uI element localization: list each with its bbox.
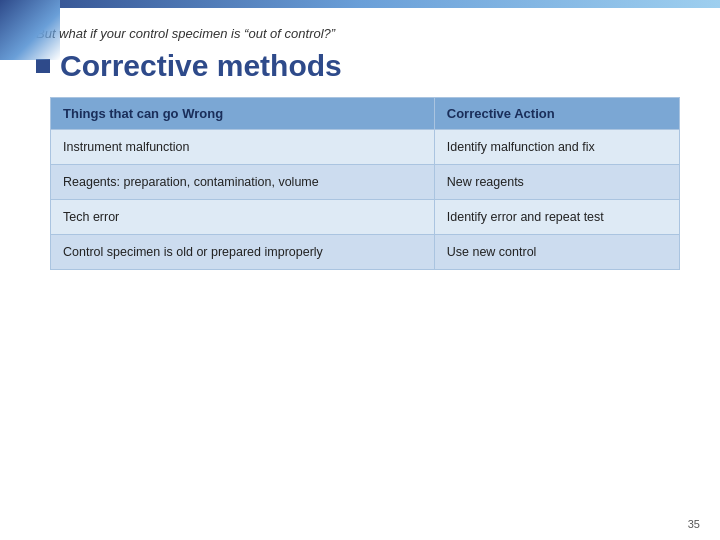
corrective-methods-table: Things that can go Wrong Corrective Acti… — [50, 97, 680, 270]
subtitle: But what if your control specimen is “ou… — [36, 26, 684, 41]
page-title: Corrective methods — [60, 49, 342, 83]
col1-header: Things that can go Wrong — [51, 98, 435, 130]
slide-content: But what if your control specimen is “ou… — [0, 8, 720, 282]
heading-row: Corrective methods — [36, 49, 684, 83]
page-number: 35 — [688, 518, 700, 530]
corner-accent — [0, 0, 60, 60]
action-cell: New reagents — [434, 165, 679, 200]
action-cell: Identify error and repeat test — [434, 200, 679, 235]
problem-cell: Instrument malfunction — [51, 130, 435, 165]
problem-cell: Reagents: preparation, contamination, vo… — [51, 165, 435, 200]
action-cell: Identify malfunction and fix — [434, 130, 679, 165]
table-row: Tech errorIdentify error and repeat test — [51, 200, 680, 235]
bullet-square — [36, 59, 50, 73]
top-bar — [0, 0, 720, 8]
problem-cell: Control specimen is old or prepared impr… — [51, 235, 435, 270]
table-row: Reagents: preparation, contamination, vo… — [51, 165, 680, 200]
col2-header: Corrective Action — [434, 98, 679, 130]
problem-cell: Tech error — [51, 200, 435, 235]
table-row: Instrument malfunctionIdentify malfuncti… — [51, 130, 680, 165]
table-row: Control specimen is old or prepared impr… — [51, 235, 680, 270]
table-wrapper: Things that can go Wrong Corrective Acti… — [50, 97, 680, 270]
action-cell: Use new control — [434, 235, 679, 270]
